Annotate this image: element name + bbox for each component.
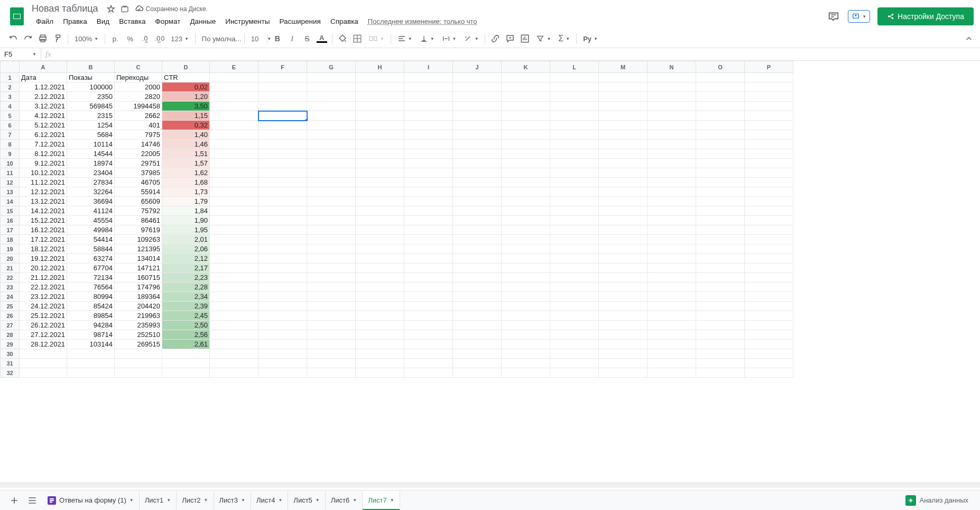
cell-D2[interactable]: 0,02 bbox=[162, 83, 210, 92]
cell-K1[interactable] bbox=[502, 73, 550, 83]
cell-M26[interactable] bbox=[599, 311, 648, 321]
cell-B15[interactable]: 41124 bbox=[67, 206, 115, 216]
cell-M9[interactable] bbox=[599, 149, 648, 159]
cell-D4[interactable]: 3,50 bbox=[162, 102, 210, 111]
cell-L7[interactable] bbox=[550, 130, 599, 140]
cell-G1[interactable] bbox=[307, 73, 356, 83]
cell-B8[interactable]: 10114 bbox=[67, 140, 115, 149]
menu-файл[interactable]: Файл bbox=[32, 15, 58, 28]
cell-I5[interactable] bbox=[404, 111, 453, 121]
cell-M11[interactable] bbox=[599, 168, 648, 178]
cell-I19[interactable] bbox=[404, 244, 453, 254]
cell-D7[interactable]: 1,40 bbox=[162, 130, 210, 140]
cell-O24[interactable] bbox=[696, 292, 745, 302]
cell-I4[interactable] bbox=[404, 102, 453, 111]
cell-E17[interactable] bbox=[210, 225, 258, 235]
cell-D20[interactable]: 2,12 bbox=[162, 254, 210, 263]
cell-L10[interactable] bbox=[550, 159, 599, 168]
cell-P19[interactable] bbox=[745, 244, 793, 254]
cell-C20[interactable]: 134014 bbox=[115, 254, 162, 263]
cell-J2[interactable] bbox=[453, 83, 502, 92]
strikethrough-button[interactable]: S bbox=[300, 32, 314, 45]
cell-G26[interactable] bbox=[307, 311, 356, 321]
cell-A15[interactable]: 14.12.2021 bbox=[20, 206, 67, 216]
cell-D3[interactable]: 1,20 bbox=[162, 92, 210, 102]
cell-L13[interactable] bbox=[550, 187, 599, 197]
cell-I16[interactable] bbox=[404, 216, 453, 225]
cell-F31[interactable] bbox=[258, 359, 307, 368]
cell-O17[interactable] bbox=[696, 225, 745, 235]
cell-C30[interactable] bbox=[115, 349, 162, 359]
fill-color-button[interactable] bbox=[336, 32, 349, 45]
cell-M1[interactable] bbox=[599, 73, 648, 83]
cell-F16[interactable] bbox=[258, 216, 307, 225]
cell-O6[interactable] bbox=[696, 121, 745, 130]
cell-N29[interactable] bbox=[648, 340, 696, 349]
cell-P7[interactable] bbox=[745, 130, 793, 140]
cell-P18[interactable] bbox=[745, 235, 793, 244]
cell-E6[interactable] bbox=[210, 121, 258, 130]
cell-E14[interactable] bbox=[210, 197, 258, 206]
row-header-18[interactable]: 18 bbox=[1, 235, 20, 244]
cell-L5[interactable] bbox=[550, 111, 599, 121]
cell-K8[interactable] bbox=[502, 140, 550, 149]
cell-C13[interactable]: 55914 bbox=[115, 187, 162, 197]
cell-P6[interactable] bbox=[745, 121, 793, 130]
cell-I14[interactable] bbox=[404, 197, 453, 206]
cell-E2[interactable] bbox=[210, 83, 258, 92]
cell-K17[interactable] bbox=[502, 225, 550, 235]
cell-D30[interactable] bbox=[162, 349, 210, 359]
cell-K14[interactable] bbox=[502, 197, 550, 206]
cell-J17[interactable] bbox=[453, 225, 502, 235]
cell-J23[interactable] bbox=[453, 283, 502, 292]
cell-O7[interactable] bbox=[696, 130, 745, 140]
cell-L19[interactable] bbox=[550, 244, 599, 254]
cell-K26[interactable] bbox=[502, 311, 550, 321]
cell-J5[interactable] bbox=[453, 111, 502, 121]
cell-G25[interactable] bbox=[307, 302, 356, 311]
rotate-button[interactable]: ▼ bbox=[460, 32, 482, 45]
currency-button[interactable]: р. bbox=[108, 32, 122, 45]
cell-L16[interactable] bbox=[550, 216, 599, 225]
cell-J27[interactable] bbox=[453, 321, 502, 330]
cell-I24[interactable] bbox=[404, 292, 453, 302]
zoom-dropdown[interactable]: 100%▼ bbox=[71, 32, 101, 45]
cell-F13[interactable] bbox=[258, 187, 307, 197]
cell-N7[interactable] bbox=[648, 130, 696, 140]
cell-I27[interactable] bbox=[404, 321, 453, 330]
cell-N25[interactable] bbox=[648, 302, 696, 311]
row-header-32[interactable]: 32 bbox=[1, 368, 20, 378]
menu-вставка[interactable]: Вставка bbox=[115, 15, 150, 28]
cell-F4[interactable] bbox=[258, 102, 307, 111]
cell-K15[interactable] bbox=[502, 206, 550, 216]
cell-G12[interactable] bbox=[307, 178, 356, 187]
cell-M15[interactable] bbox=[599, 206, 648, 216]
row-header-2[interactable]: 2 bbox=[1, 83, 20, 92]
cell-J13[interactable] bbox=[453, 187, 502, 197]
cell-H30[interactable] bbox=[356, 349, 404, 359]
cell-L1[interactable] bbox=[550, 73, 599, 83]
menu-расширения[interactable]: Расширения bbox=[275, 15, 325, 28]
cell-A16[interactable]: 15.12.2021 bbox=[20, 216, 67, 225]
cell-C29[interactable]: 269515 bbox=[115, 340, 162, 349]
cell-G6[interactable] bbox=[307, 121, 356, 130]
cell-H3[interactable] bbox=[356, 92, 404, 102]
row-header-26[interactable]: 26 bbox=[1, 311, 20, 321]
cell-I9[interactable] bbox=[404, 149, 453, 159]
cell-M21[interactable] bbox=[599, 263, 648, 273]
cell-M10[interactable] bbox=[599, 159, 648, 168]
cell-F6[interactable] bbox=[258, 121, 307, 130]
formula-input[interactable] bbox=[56, 50, 980, 58]
cell-I3[interactable] bbox=[404, 92, 453, 102]
star-icon[interactable] bbox=[107, 5, 115, 13]
cell-B12[interactable]: 27834 bbox=[67, 178, 115, 187]
cell-E20[interactable] bbox=[210, 254, 258, 263]
cell-C10[interactable]: 29751 bbox=[115, 159, 162, 168]
cell-I30[interactable] bbox=[404, 349, 453, 359]
row-header-21[interactable]: 21 bbox=[1, 263, 20, 273]
cell-I20[interactable] bbox=[404, 254, 453, 263]
cell-E23[interactable] bbox=[210, 283, 258, 292]
cell-F22[interactable] bbox=[258, 273, 307, 283]
cell-K13[interactable] bbox=[502, 187, 550, 197]
cell-I10[interactable] bbox=[404, 159, 453, 168]
